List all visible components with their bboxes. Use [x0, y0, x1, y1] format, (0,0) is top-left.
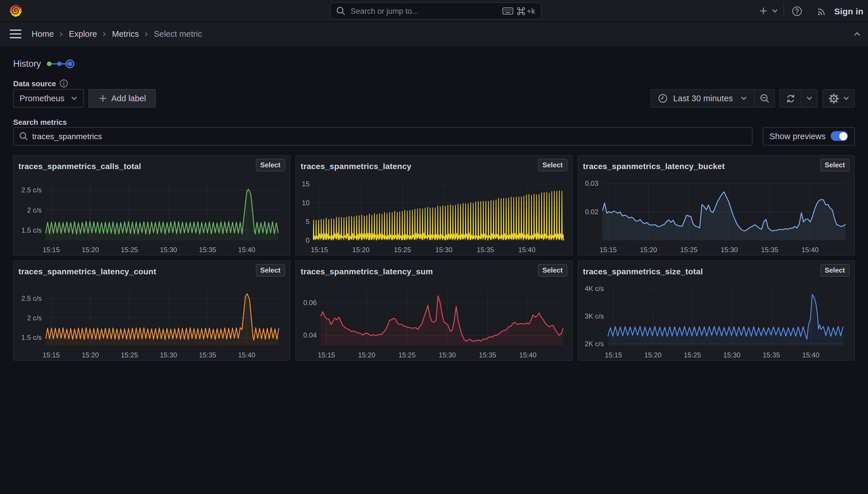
svg-text:15:35: 15:35: [763, 351, 780, 359]
svg-text:15:15: 15:15: [318, 351, 335, 359]
svg-text:2.5 c/s: 2.5 c/s: [21, 294, 42, 302]
svg-text:0.02: 0.02: [585, 208, 598, 215]
svg-text:2 c/s: 2 c/s: [27, 206, 42, 214]
svg-text:15:15: 15:15: [42, 351, 60, 359]
svg-text:3K c/s: 3K c/s: [585, 312, 604, 320]
svg-text:1.5 c/s: 1.5 c/s: [21, 333, 42, 341]
svg-text:15:30: 15:30: [435, 246, 452, 253]
svg-text:15:25: 15:25: [680, 246, 697, 253]
svg-text:10: 10: [302, 199, 310, 207]
svg-text:15:40: 15:40: [802, 351, 820, 359]
svg-text:15:25: 15:25: [394, 246, 411, 253]
svg-text:15:20: 15:20: [82, 246, 99, 253]
svg-text:15:30: 15:30: [721, 246, 738, 253]
svg-text:2K c/s: 2K c/s: [585, 340, 604, 347]
svg-text:15:40: 15:40: [801, 246, 818, 253]
svg-text:2 c/s: 2 c/s: [27, 314, 42, 322]
svg-text:0.03: 0.03: [585, 179, 598, 187]
svg-text:15:25: 15:25: [121, 351, 138, 359]
svg-text:15:40: 15:40: [518, 246, 535, 253]
svg-text:15:20: 15:20: [352, 246, 370, 253]
svg-text:15: 15: [302, 180, 310, 188]
svg-text:15:25: 15:25: [398, 351, 416, 359]
svg-text:15:40: 15:40: [519, 351, 537, 359]
svg-text:0.04: 0.04: [303, 331, 317, 339]
svg-text:4K c/s: 4K c/s: [585, 284, 604, 292]
svg-text:15:15: 15:15: [311, 246, 328, 253]
svg-text:15:20: 15:20: [645, 351, 662, 359]
svg-text:15:35: 15:35: [199, 351, 216, 359]
svg-text:15:35: 15:35: [199, 246, 216, 253]
svg-text:15:35: 15:35: [479, 351, 496, 359]
svg-text:1.5 c/s: 1.5 c/s: [21, 226, 42, 234]
svg-text:2.5 c/s: 2.5 c/s: [21, 186, 42, 193]
svg-text:15:20: 15:20: [82, 351, 99, 359]
svg-text:15:30: 15:30: [160, 351, 177, 359]
svg-text:15:35: 15:35: [477, 246, 494, 253]
svg-text:15:30: 15:30: [723, 351, 741, 359]
svg-text:15:35: 15:35: [761, 246, 778, 253]
svg-text:15:15: 15:15: [599, 246, 617, 253]
svg-text:15:40: 15:40: [238, 351, 255, 359]
svg-text:5: 5: [306, 217, 310, 225]
svg-text:15:30: 15:30: [160, 246, 177, 253]
svg-text:15:25: 15:25: [684, 351, 701, 359]
svg-text:0: 0: [306, 236, 310, 244]
svg-text:15:15: 15:15: [605, 351, 622, 359]
svg-text:15:30: 15:30: [439, 351, 456, 359]
svg-text:15:20: 15:20: [640, 246, 657, 253]
svg-text:0.06: 0.06: [303, 299, 317, 306]
svg-text:15:15: 15:15: [42, 246, 60, 253]
svg-text:15:40: 15:40: [238, 246, 255, 253]
svg-text:15:20: 15:20: [358, 351, 375, 359]
svg-text:15:25: 15:25: [121, 246, 138, 253]
